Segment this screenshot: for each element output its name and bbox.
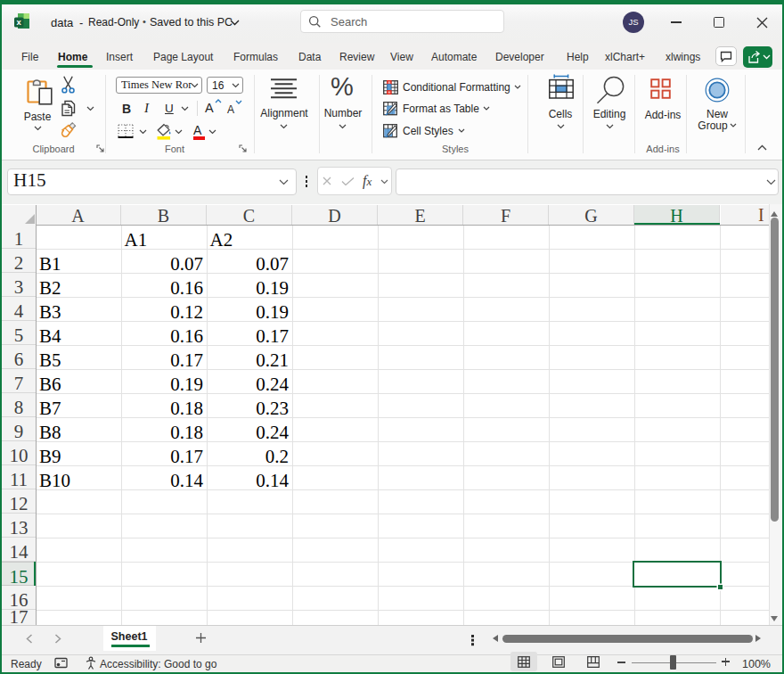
svg-text:x: x [17, 17, 22, 27]
